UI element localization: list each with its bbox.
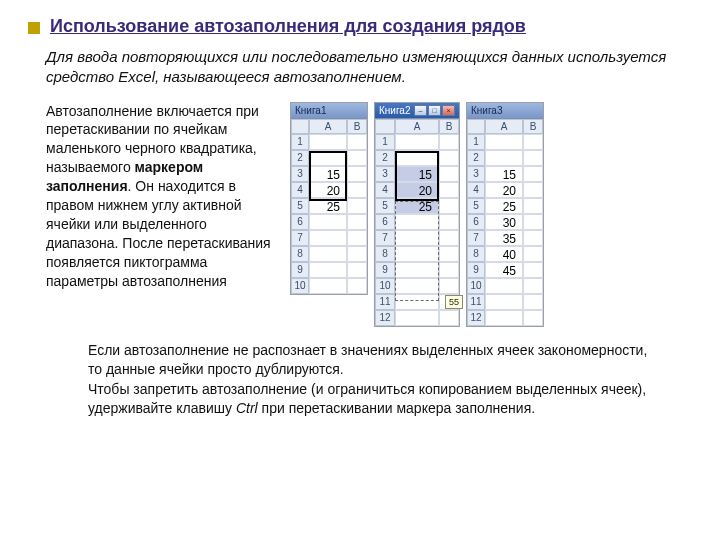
cell-b12 [523,310,543,326]
cell-b6 [523,214,543,230]
workbook-3-grid: A B 1 2 315 420 525 630 735 840 945 10 1… [467,119,543,326]
cell-a9 [309,262,347,278]
title-bullet-icon [28,22,40,34]
row-header: 11 [467,294,485,310]
row-header: 8 [467,246,485,262]
cell-a6 [395,214,439,230]
cell-b1 [523,134,543,150]
paragraph-part2: . Он находится в правом нижнем углу акти… [46,178,271,288]
cell-a3: 15 [395,166,439,182]
grid-corner [291,119,309,134]
bottom-line2: Чтобы запретить автозаполнение (и ограни… [88,380,664,419]
cell-b1 [439,134,459,150]
row-header: 1 [467,134,485,150]
close-icon[interactable]: × [442,105,455,116]
cell-b9 [523,262,543,278]
title-row: Использование автозаполнения для создани… [28,16,692,37]
cell-a10 [485,278,523,294]
cell-b4 [523,182,543,198]
row-header: 6 [291,214,309,230]
col-header-b: B [347,119,367,134]
workbook-1-grid: A B 1 2 315 420 525 6 7 8 9 10 [291,119,367,294]
cell-b3 [439,166,459,182]
workbook-1-titlebar: Книга1 [291,103,367,119]
cell-a12 [485,310,523,326]
row-header: 3 [375,166,395,182]
cell-b6 [347,214,367,230]
row-header: 9 [375,262,395,278]
col-header-a: A [309,119,347,134]
screenshots-group: Книга1 A B 1 2 315 420 525 6 7 8 9 10 [290,102,692,327]
workbook-3-title: Книга3 [471,105,502,116]
workbook-3-titlebar: Книга3 [467,103,543,119]
workbook-3: Книга3 A B 1 2 315 420 525 630 735 840 9… [466,102,544,327]
maximize-icon[interactable]: □ [428,105,441,116]
cell-a8: 40 [485,246,523,262]
row-header: 2 [375,150,395,166]
cell-a6: 30 [485,214,523,230]
cell-b10 [523,278,543,294]
col-header-a: A [485,119,523,134]
cell-a1 [395,134,439,150]
cell-a1 [309,134,347,150]
cell-b2 [439,150,459,166]
cell-b2 [523,150,543,166]
cell-a5: 25 [485,198,523,214]
slide: Использование автозаполнения для создани… [0,0,720,429]
row-header: 10 [291,278,309,294]
slide-subtitle: Для ввода повторяющихся или последовател… [46,47,692,88]
row-header: 3 [467,166,485,182]
row-header: 1 [291,134,309,150]
grid-corner [467,119,485,134]
row-header: 6 [467,214,485,230]
cell-b2 [347,150,367,166]
cell-a5: 25 [309,198,347,214]
cell-b7 [439,230,459,246]
workbook-2-title: Книга2 [379,105,410,116]
row-header: 1 [375,134,395,150]
cell-b10 [439,278,459,294]
cell-a1 [485,134,523,150]
cell-a8 [395,246,439,262]
row-header: 4 [291,182,309,198]
row-header: 7 [375,230,395,246]
row-header: 10 [467,278,485,294]
cell-a11 [395,294,439,310]
row-header: 7 [291,230,309,246]
cell-b7 [523,230,543,246]
row-header: 12 [467,310,485,326]
cell-b9 [347,262,367,278]
bottom-line2-ctrl: Ctrl [236,400,258,416]
cell-a10 [309,278,347,294]
cell-a4: 20 [485,182,523,198]
minimize-icon[interactable]: – [414,105,427,116]
cell-b8 [439,246,459,262]
bottom-paragraph: Если автозаполнение не распознает в знач… [88,341,664,419]
cell-a10 [395,278,439,294]
row-header: 9 [291,262,309,278]
cell-a8 [309,246,347,262]
autofill-tooltip: 55 [445,295,463,309]
explanation-paragraph: Автозаполнение включается при перетаскив… [46,102,276,327]
cell-a2 [395,150,439,166]
bottom-line1: Если автозаполнение не распознает в знач… [88,341,664,380]
grid-corner [375,119,395,134]
row-header: 12 [375,310,395,326]
cell-b12 [439,310,459,326]
cell-b5 [523,198,543,214]
cell-a2 [309,150,347,166]
cell-a4: 20 [309,182,347,198]
cell-b6 [439,214,459,230]
cell-a12 [395,310,439,326]
workbook-2-titlebar: Книга2 – □ × [375,103,459,119]
cell-b3 [523,166,543,182]
workbook-2: Книга2 – □ × A B 1 2 315 420 525 [374,102,460,327]
cell-b5 [439,198,459,214]
cell-b5 [347,198,367,214]
cell-b11 [523,294,543,310]
row-header: 11 [375,294,395,310]
bottom-line2-c: при перетаскивании маркера заполнения. [258,400,535,416]
cell-b9 [439,262,459,278]
col-header-b: B [523,119,543,134]
row-header: 5 [375,198,395,214]
